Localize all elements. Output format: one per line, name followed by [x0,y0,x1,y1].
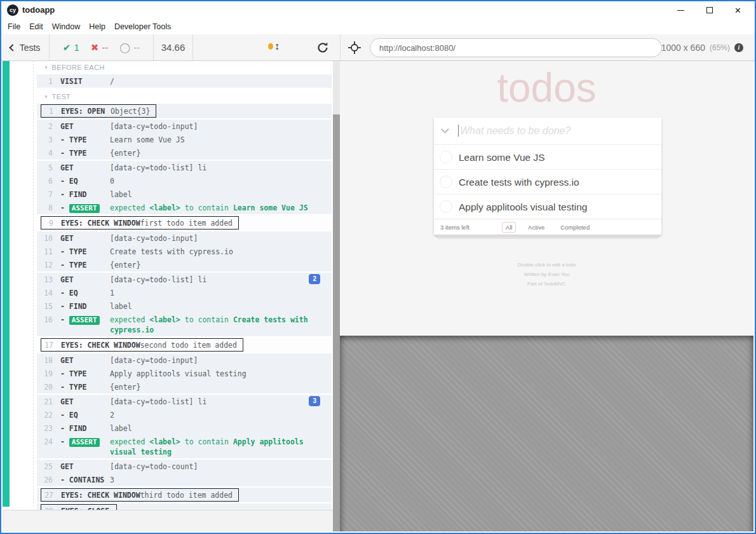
command-message: {enter} [110,148,140,158]
command-number: 12 [41,260,53,270]
command-row[interactable]: 26- CONTAINS3 [37,473,332,486]
todo-item[interactable]: Learn some Vue JS [434,144,661,169]
command-row[interactable]: 11- TYPECreate tests with cypress.io [37,245,332,258]
menu-item-developer-tools[interactable]: Developer Tools [110,20,175,33]
command-number: 10 [41,233,53,243]
command-row[interactable]: 18GET[data-cy=todo-input] [37,353,332,367]
todos-app-title: todos [340,65,753,111]
todo-label[interactable]: Learn some Vue JS [459,145,545,170]
command-row[interactable]: 1VISIT/ [37,74,332,88]
command-message: label [110,301,132,312]
assert-text: expected [110,315,149,324]
command-row[interactable]: 24- ASSERTexpected <label> to contain Ap… [37,435,332,458]
command-row[interactable]: 23- FINDlabel [37,421,332,435]
command-row[interactable]: 8- ASSERTexpected <label> to contain Lea… [37,201,332,214]
command-number: 3 [41,135,53,145]
command-number: 27 [42,490,53,500]
command-row[interactable]: 12- TYPE{enter} [37,258,332,271]
new-todo-input[interactable] [434,118,661,144]
window-controls: ✕ [666,1,752,19]
command-number: 14 [41,288,53,298]
triangle-down-icon: ▾ [44,64,48,71]
command-row[interactable]: 1EYES: OPENObject{3} [37,104,332,118]
command-message: Apply applitools visual testing [110,369,246,379]
filter-active[interactable]: Active [524,222,548,233]
command-number: 9 [42,218,53,228]
close-button[interactable]: ✕ [724,1,752,19]
command-message: expected <label> to contain Create tests… [110,315,314,335]
menu-item-file[interactable]: File [3,20,25,33]
up-down-arrow-icon: ↕ [274,41,280,52]
command-row[interactable]: 27EYES: CHECK WINDOWthird todo item adde… [37,488,332,502]
collapsible-section-header[interactable]: ▾BEFORE EACH [37,62,332,73]
todo-toggle-checkbox[interactable] [440,151,452,163]
command-method: - TYPE [60,247,110,257]
command-row[interactable]: 15- FINDlabel [37,299,332,313]
todo-toggle-checkbox[interactable] [440,175,452,188]
assert-strong-text: <label> [149,203,180,212]
command-row[interactable]: 9EYES: CHECK WINDOWfirst todo item added [37,216,332,230]
todo-toggle-checkbox[interactable] [440,200,452,213]
command-message: label [110,189,132,200]
command-row[interactable]: 13GET[data-cy=todo-list] li2 [37,273,332,286]
selector-playground-button[interactable] [348,41,361,55]
menu-item-help[interactable]: Help [84,20,110,33]
command-row[interactable]: 14- EQ1 [37,286,332,299]
todo-item[interactable]: Create tests with cypress.io [434,169,661,194]
command-message: 0 [110,176,114,186]
command-row[interactable]: 21GET[data-cy=todo-list] li3 [37,395,332,408]
command-method: - ASSERT [60,437,110,447]
command-message: [data-cy=todo-list] li [110,397,206,407]
viewport-scale: (65%) [710,43,730,52]
command-method: GET [60,397,110,407]
command-row[interactable]: 5GET[data-cy=todo-list] li [37,161,332,174]
command-row[interactable]: 16- ASSERTexpected <label> to contain Cr… [37,313,332,336]
command-method: VISIT [60,76,110,86]
command-message: [data-cy=todo-list] li [110,275,206,285]
todo-label[interactable]: Create tests with cypress.io [459,170,579,195]
url-input[interactable] [370,38,662,57]
command-row[interactable]: 20- TYPE{enter} [37,380,332,394]
command-method: - TYPE [60,369,110,379]
todo-item[interactable]: Apply applitools visual testing [434,194,661,219]
command-row[interactable]: 7- FINDlabel [37,188,332,201]
menubar: FileEditWindowHelpDeveloper Tools [1,19,755,34]
menu-item-window[interactable]: Window [48,20,84,33]
app-info-line: Written by Evan You [340,270,753,279]
command-row[interactable]: 6- EQ0 [37,174,332,188]
scrollbar-thumb[interactable] [333,114,340,531]
passed-count: 1 [74,42,79,53]
eyes-command-box: 27EYES: CHECK WINDOWthird todo item adde… [41,488,239,502]
command-row[interactable]: 4- TYPE{enter} [37,146,332,160]
eyes-command-box: 9EYES: CHECK WINDOWfirst todo item added [41,216,239,229]
recording-dot-icon [268,43,273,50]
command-row[interactable]: 22- EQ2 [37,408,332,421]
maximize-button[interactable] [695,1,724,19]
window-title: todoapp [22,5,55,15]
command-row[interactable]: 3- TYPELearn some Vue JS [37,133,332,146]
reload-button[interactable] [316,41,329,54]
command-row[interactable]: 17EYES: CHECK WINDOWsecond todo item add… [37,338,332,352]
command-message: / [110,76,114,86]
command-number: 13 [41,275,53,285]
assert-strong-text: <label> [149,437,180,446]
collapsible-section-header[interactable]: ▾TEST [37,91,332,102]
reporter-bottom-strip [3,510,333,531]
back-to-tests-button[interactable]: Tests [1,34,50,60]
assert-badge: ASSERT [69,438,100,447]
app-window: cy todoapp ✕ FileEditWindowHelpDeveloper… [0,0,756,534]
auto-scroll-toggle[interactable]: ↕ [268,41,280,52]
command-message: Create tests with cypress.io [110,247,233,257]
command-row[interactable]: 19- TYPEApply applitools visual testing [37,367,332,380]
command-row[interactable]: 10GET[data-cy=todo-input] [37,231,332,245]
filter-all[interactable]: All [502,222,516,233]
filter-completed[interactable]: Completed [557,222,593,233]
info-icon[interactable]: i [734,43,743,52]
todo-label[interactable]: Apply applitools visual testing [459,195,587,219]
menu-item-edit[interactable]: Edit [25,20,48,33]
todo-card: Learn some Vue JSCreate tests with cypre… [434,118,661,235]
minimize-button[interactable] [666,1,695,19]
command-row[interactable]: 25GET[data-cy=todo-count] [37,460,332,473]
command-method: EYES: CHECK WINDOW [61,218,140,228]
command-row[interactable]: 2GET[data-cy=todo-input] [37,120,332,133]
